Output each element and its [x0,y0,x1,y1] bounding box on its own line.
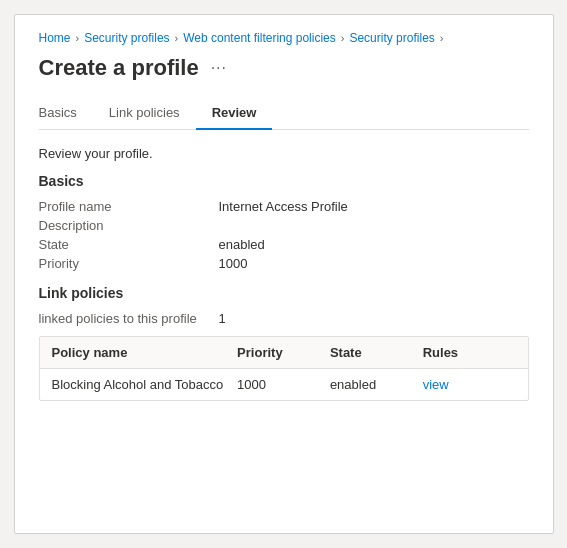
cell-priority: 1000 [237,377,330,392]
field-profile-name-label: Profile name [39,199,219,214]
header-policy-name: Policy name [52,345,238,360]
linked-count-label: linked policies to this profile [39,311,219,326]
breadcrumb-security-profiles-1[interactable]: Security profiles [84,31,169,45]
field-priority: Priority 1000 [39,256,529,271]
page-content: Home › Security profiles › Web content f… [15,15,553,425]
field-state-label: State [39,237,219,252]
breadcrumb-home[interactable]: Home [39,31,71,45]
cell-rules-link[interactable]: view [423,377,516,392]
field-state-value: enabled [219,237,265,252]
table-header: Policy name Priority State Rules [40,337,528,369]
policies-table: Policy name Priority State Rules Blockin… [39,336,529,401]
basics-title: Basics [39,173,529,189]
linked-count-value: 1 [219,311,226,326]
field-description: Description [39,218,529,233]
breadcrumb-sep-0: › [76,32,80,44]
more-options-button[interactable]: ··· [207,57,231,79]
table-row: Blocking Alcohol and Tobacco 1000 enable… [40,369,528,400]
breadcrumb-security-profiles-2[interactable]: Security profiles [349,31,434,45]
breadcrumb-sep-1: › [175,32,179,44]
field-state: State enabled [39,237,529,252]
header-rules: Rules [423,345,516,360]
header-priority: Priority [237,345,330,360]
tab-basics[interactable]: Basics [39,97,93,130]
breadcrumb: Home › Security profiles › Web content f… [39,31,529,45]
main-window: Home › Security profiles › Web content f… [14,14,554,534]
review-section: Review your profile. Basics Profile name… [39,146,529,401]
cell-state: enabled [330,377,423,392]
linked-count-row: linked policies to this profile 1 [39,311,529,326]
tab-link-policies[interactable]: Link policies [93,97,196,130]
review-description: Review your profile. [39,146,529,161]
link-policies-title: Link policies [39,285,529,301]
tab-review[interactable]: Review [196,97,273,130]
cell-policy-name: Blocking Alcohol and Tobacco [52,377,238,392]
field-priority-label: Priority [39,256,219,271]
tabs-container: Basics Link policies Review [39,97,529,130]
page-title: Create a profile [39,55,199,81]
header-state: State [330,345,423,360]
field-profile-name-value: Internet Access Profile [219,199,348,214]
page-title-row: Create a profile ··· [39,55,529,81]
breadcrumb-web-content[interactable]: Web content filtering policies [183,31,336,45]
field-priority-value: 1000 [219,256,248,271]
breadcrumb-sep-3: › [440,32,444,44]
field-description-label: Description [39,218,219,233]
breadcrumb-sep-2: › [341,32,345,44]
field-profile-name: Profile name Internet Access Profile [39,199,529,214]
